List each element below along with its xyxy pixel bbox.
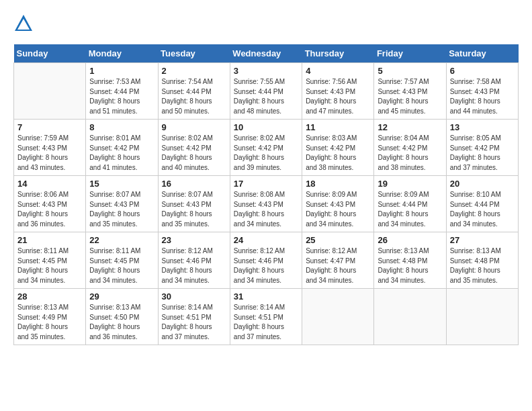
- calendar-cell: 9Sunrise: 8:02 AM Sunset: 4:42 PM Daylig…: [158, 120, 230, 176]
- day-info: Sunrise: 7:59 AM Sunset: 4:43 PM Dayligh…: [17, 134, 82, 173]
- day-number: 8: [89, 122, 154, 132]
- calendar-cell: 18Sunrise: 8:09 AM Sunset: 4:43 PM Dayli…: [302, 176, 374, 232]
- calendar-cell: 4Sunrise: 7:56 AM Sunset: 4:43 PM Daylig…: [302, 63, 374, 120]
- day-number: 14: [17, 179, 82, 189]
- header-friday: Friday: [374, 44, 446, 63]
- day-number: 29: [89, 291, 154, 302]
- header-sunday: Sunday: [14, 44, 86, 63]
- day-info: Sunrise: 8:07 AM Sunset: 4:43 PM Dayligh…: [162, 190, 226, 229]
- calendar-week-row: 21Sunrise: 8:11 AM Sunset: 4:45 PM Dayli…: [14, 232, 519, 289]
- calendar-cell: 10Sunrise: 8:02 AM Sunset: 4:42 PM Dayli…: [230, 120, 302, 176]
- calendar-cell: 2Sunrise: 7:54 AM Sunset: 4:44 PM Daylig…: [158, 63, 230, 120]
- calendar-header-row: SundayMondayTuesdayWednesdayThursdayFrid…: [14, 44, 519, 63]
- day-number: 18: [306, 179, 370, 189]
- calendar-cell: 27Sunrise: 8:13 AM Sunset: 4:48 PM Dayli…: [446, 232, 518, 289]
- day-info: Sunrise: 7:56 AM Sunset: 4:43 PM Dayligh…: [306, 77, 370, 116]
- calendar-cell: 24Sunrise: 8:12 AM Sunset: 4:46 PM Dayli…: [230, 232, 302, 289]
- calendar-cell: 25Sunrise: 8:12 AM Sunset: 4:47 PM Dayli…: [302, 232, 374, 289]
- day-number: 30: [162, 291, 226, 302]
- calendar-cell: 6Sunrise: 7:58 AM Sunset: 4:43 PM Daylig…: [446, 63, 518, 120]
- calendar-cell: 26Sunrise: 8:13 AM Sunset: 4:48 PM Dayli…: [374, 232, 446, 289]
- day-number: 15: [89, 179, 154, 189]
- day-info: Sunrise: 7:53 AM Sunset: 4:44 PM Dayligh…: [89, 77, 154, 116]
- day-number: 13: [450, 122, 515, 132]
- day-info: Sunrise: 8:03 AM Sunset: 4:42 PM Dayligh…: [306, 134, 370, 173]
- day-info: Sunrise: 8:05 AM Sunset: 4:42 PM Dayligh…: [450, 134, 515, 173]
- calendar-cell: [446, 289, 518, 345]
- calendar-cell: 13Sunrise: 8:05 AM Sunset: 4:42 PM Dayli…: [446, 120, 518, 176]
- day-number: 17: [234, 179, 298, 189]
- day-number: 27: [450, 235, 515, 245]
- day-info: Sunrise: 7:57 AM Sunset: 4:43 PM Dayligh…: [378, 77, 442, 116]
- day-info: Sunrise: 7:54 AM Sunset: 4:44 PM Dayligh…: [162, 77, 226, 116]
- day-info: Sunrise: 8:14 AM Sunset: 4:51 PM Dayligh…: [162, 303, 226, 342]
- calendar-cell: 8Sunrise: 8:01 AM Sunset: 4:42 PM Daylig…: [86, 120, 158, 176]
- day-info: Sunrise: 8:13 AM Sunset: 4:48 PM Dayligh…: [378, 246, 442, 285]
- calendar-cell: 20Sunrise: 8:10 AM Sunset: 4:44 PM Dayli…: [446, 176, 518, 232]
- day-info: Sunrise: 8:13 AM Sunset: 4:50 PM Dayligh…: [89, 303, 154, 342]
- day-number: 11: [306, 122, 370, 132]
- calendar-cell: [374, 289, 446, 345]
- day-number: 5: [378, 66, 442, 76]
- logo-icon: [13, 13, 34, 34]
- day-info: Sunrise: 8:13 AM Sunset: 4:48 PM Dayligh…: [450, 246, 515, 285]
- header-thursday: Thursday: [302, 44, 374, 63]
- day-info: Sunrise: 8:09 AM Sunset: 4:43 PM Dayligh…: [306, 190, 370, 229]
- day-number: 28: [17, 291, 82, 302]
- calendar-cell: 19Sunrise: 8:09 AM Sunset: 4:44 PM Dayli…: [374, 176, 446, 232]
- day-number: 6: [450, 66, 515, 76]
- calendar-cell: 11Sunrise: 8:03 AM Sunset: 4:42 PM Dayli…: [302, 120, 374, 176]
- calendar-week-row: 7Sunrise: 7:59 AM Sunset: 4:43 PM Daylig…: [14, 120, 519, 176]
- day-info: Sunrise: 8:09 AM Sunset: 4:44 PM Dayligh…: [378, 190, 442, 229]
- calendar-cell: 5Sunrise: 7:57 AM Sunset: 4:43 PM Daylig…: [374, 63, 446, 120]
- calendar-cell: 29Sunrise: 8:13 AM Sunset: 4:50 PM Dayli…: [86, 289, 158, 345]
- header-tuesday: Tuesday: [158, 44, 230, 63]
- day-info: Sunrise: 8:12 AM Sunset: 4:46 PM Dayligh…: [162, 246, 226, 285]
- day-info: Sunrise: 8:11 AM Sunset: 4:45 PM Dayligh…: [17, 246, 82, 285]
- calendar-cell: 16Sunrise: 8:07 AM Sunset: 4:43 PM Dayli…: [158, 176, 230, 232]
- calendar-week-row: 14Sunrise: 8:06 AM Sunset: 4:43 PM Dayli…: [14, 176, 519, 232]
- day-number: 21: [17, 235, 82, 245]
- day-number: 25: [306, 235, 370, 245]
- day-info: Sunrise: 8:02 AM Sunset: 4:42 PM Dayligh…: [162, 134, 226, 173]
- page-header: [13, 13, 519, 34]
- calendar-cell: 31Sunrise: 8:14 AM Sunset: 4:51 PM Dayli…: [230, 289, 302, 345]
- day-number: 23: [162, 235, 226, 245]
- day-number: 3: [234, 66, 298, 76]
- header-monday: Monday: [86, 44, 158, 63]
- calendar-cell: 12Sunrise: 8:04 AM Sunset: 4:42 PM Dayli…: [374, 120, 446, 176]
- calendar-cell: 15Sunrise: 8:07 AM Sunset: 4:43 PM Dayli…: [86, 176, 158, 232]
- calendar-cell: 7Sunrise: 7:59 AM Sunset: 4:43 PM Daylig…: [14, 120, 86, 176]
- day-info: Sunrise: 8:08 AM Sunset: 4:43 PM Dayligh…: [234, 190, 298, 229]
- day-number: 26: [378, 235, 442, 245]
- calendar-cell: 14Sunrise: 8:06 AM Sunset: 4:43 PM Dayli…: [14, 176, 86, 232]
- day-info: Sunrise: 7:58 AM Sunset: 4:43 PM Dayligh…: [450, 77, 515, 116]
- day-number: 16: [162, 179, 226, 189]
- calendar-cell: 23Sunrise: 8:12 AM Sunset: 4:46 PM Dayli…: [158, 232, 230, 289]
- day-info: Sunrise: 8:02 AM Sunset: 4:42 PM Dayligh…: [234, 134, 298, 173]
- calendar-cell: 22Sunrise: 8:11 AM Sunset: 4:45 PM Dayli…: [86, 232, 158, 289]
- day-number: 31: [234, 291, 298, 302]
- day-info: Sunrise: 8:13 AM Sunset: 4:49 PM Dayligh…: [17, 303, 82, 342]
- day-number: 7: [17, 122, 82, 132]
- day-number: 24: [234, 235, 298, 245]
- day-info: Sunrise: 8:12 AM Sunset: 4:46 PM Dayligh…: [234, 246, 298, 285]
- day-info: Sunrise: 8:07 AM Sunset: 4:43 PM Dayligh…: [89, 190, 154, 229]
- day-info: Sunrise: 8:12 AM Sunset: 4:47 PM Dayligh…: [306, 246, 370, 285]
- calendar-cell: [302, 289, 374, 345]
- day-info: Sunrise: 8:11 AM Sunset: 4:45 PM Dayligh…: [89, 246, 154, 285]
- day-number: 19: [378, 179, 442, 189]
- header-saturday: Saturday: [446, 44, 518, 63]
- calendar-cell: 3Sunrise: 7:55 AM Sunset: 4:44 PM Daylig…: [230, 63, 302, 120]
- day-number: 20: [450, 179, 515, 189]
- calendar-cell: 17Sunrise: 8:08 AM Sunset: 4:43 PM Dayli…: [230, 176, 302, 232]
- day-number: 1: [89, 66, 154, 76]
- day-info: Sunrise: 8:10 AM Sunset: 4:44 PM Dayligh…: [450, 190, 515, 229]
- calendar-cell: [14, 63, 86, 120]
- day-info: Sunrise: 8:14 AM Sunset: 4:51 PM Dayligh…: [234, 303, 298, 342]
- day-number: 10: [234, 122, 298, 132]
- day-info: Sunrise: 8:06 AM Sunset: 4:43 PM Dayligh…: [17, 190, 82, 229]
- day-number: 22: [89, 235, 154, 245]
- day-info: Sunrise: 8:04 AM Sunset: 4:42 PM Dayligh…: [378, 134, 442, 173]
- day-number: 4: [306, 66, 370, 76]
